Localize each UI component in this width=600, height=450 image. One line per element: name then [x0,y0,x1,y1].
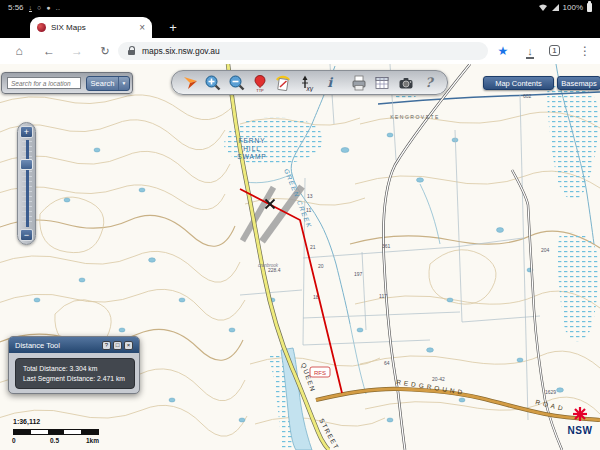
svg-text:361: 361 [382,243,391,249]
svg-text:21: 21 [310,244,316,250]
svg-text:xy: xy [306,84,314,92]
distance-readout: Total Distance: 3.304 km Last Segment Di… [15,358,135,389]
swamp-label-line3: SWAMP [237,153,266,160]
scale-label-mid: 0.5 [50,437,59,444]
browser-toolbar: ⌂ ← → ↻ maps.six.nsw.gov.au ★ ↓ 1 ⋮ [0,38,600,64]
notification-icon: ○ [37,4,41,11]
pan-tool-icon[interactable] [180,72,200,93]
ttp-marker-tool-icon[interactable]: TTP [250,72,270,93]
url-text: maps.six.nsw.gov.au [142,46,220,56]
scale-label-end: 1km [86,437,99,444]
lock-icon [128,50,135,55]
svg-text:11: 11 [306,207,311,213]
download-notification-icon: ↓ [29,4,33,11]
home-icon[interactable]: ⌂ [8,38,30,64]
scale-bar [13,429,99,435]
svg-text:1629: 1629 [545,389,556,395]
zoom-out-button[interactable]: − [20,229,33,241]
downloads-icon[interactable]: ↓ [519,38,541,64]
svg-text:13: 13 [307,193,313,199]
bookmark-star-icon[interactable]: ★ [492,38,514,64]
svg-text:TTP: TTP [256,87,264,92]
svg-text:197: 197 [354,271,363,277]
screenshot-tool-icon[interactable] [395,72,415,93]
distance-tool-minimize-button[interactable]: □ [113,341,122,350]
clock: 5:56 [8,3,24,12]
svg-text:117: 117 [379,293,387,299]
status-bar: 5:56 ↓ ○ ● ‥ 100% [0,0,600,14]
svg-text:20-42: 20-42 [432,376,445,382]
tab-strip: SIX Maps × + [0,14,600,38]
distance-tool-close-button[interactable]: × [124,341,133,350]
distance-tool-dialog[interactable]: Distance Tool ? □ × Total Distance: 3.30… [8,336,140,394]
battery-percent: 100% [563,3,583,12]
notification-dot-icon: ● [46,4,50,11]
distance-tool-title: Distance Tool [15,341,60,350]
total-distance-text: Total Distance: 3.304 km [23,364,134,374]
url-bar[interactable]: maps.six.nsw.gov.au [118,42,488,60]
zoom-in-tool-icon[interactable] [203,72,223,93]
rfs-label: RFS [314,370,326,376]
battery-icon [587,3,592,12]
search-panel: Search ▾ [1,72,133,94]
zoom-in-button[interactable]: + [20,126,33,138]
nsw-logo-text: NSW [561,427,599,435]
zoom-out-tool-icon[interactable] [227,72,247,93]
browser-tab[interactable]: SIX Maps × [30,17,152,38]
basemaps-button[interactable]: Basemaps [557,76,600,90]
locality-label: KENGROVETE [390,114,440,120]
svg-text:602: 602 [523,93,532,99]
map-viewport[interactable]: FERNY HILL SWAMP GREEN CREEK QUEEN STREE… [0,64,600,450]
scale-label-start: 0 [12,437,16,444]
print-tool-icon[interactable] [349,72,369,93]
back-icon[interactable]: ← [38,38,60,64]
svg-text:204: 204 [541,247,550,253]
xy-coordinate-tool-icon[interactable]: xy [296,72,316,93]
new-tab-button[interactable]: + [160,17,186,38]
map-scale-ratio: 1:36,112 [13,418,40,425]
reload-icon[interactable]: ↻ [94,38,116,64]
zoom-slider[interactable]: + − [17,122,36,245]
search-button-label: Search [87,79,118,88]
last-segment-distance-text: Last Segment Distance: 2.471 km [23,374,134,384]
nsw-government-logo: NSW [561,405,599,435]
swamp-label-line1: FERNY [238,137,265,144]
svg-text:228.4: 228.4 [268,267,281,273]
waratah-icon [569,405,591,423]
help-tool-icon[interactable]: ? [419,72,439,93]
svg-text:20: 20 [318,263,324,269]
identify-tool-icon[interactable]: i [320,72,340,93]
tab-close-icon[interactable]: × [139,23,145,33]
svg-text:64: 64 [384,360,390,366]
browser-menu-icon[interactable]: ⋮ [574,38,596,64]
tab-switcher-button[interactable]: 1 [549,45,560,56]
search-dropdown-caret-icon[interactable]: ▾ [118,77,129,90]
map-contents-button[interactable]: Map Contents [483,76,554,90]
zoom-slider-track[interactable] [26,140,29,227]
forward-icon: → [66,38,88,64]
distance-tool-help-button[interactable]: ? [102,341,111,350]
six-maps-favicon [37,23,46,32]
tab-title: SIX Maps [51,23,134,32]
map-toolbar: TTP xy i ? [171,70,448,95]
wifi-icon [538,3,548,12]
search-button[interactable]: Search ▾ [86,76,130,91]
scale-bar-labels: 0 0.5 1km [10,437,105,445]
measure-tool-icon[interactable] [273,72,293,93]
search-input[interactable] [7,77,81,89]
zoom-slider-handle[interactable] [20,159,33,170]
swamp-label-line2: HILL [243,145,261,152]
data-table-tool-icon[interactable] [372,72,392,93]
distance-tool-titlebar[interactable]: Distance Tool ? □ × [9,337,139,353]
signal-icon [551,3,560,12]
more-notifications-icon: ‥ [56,4,61,11]
